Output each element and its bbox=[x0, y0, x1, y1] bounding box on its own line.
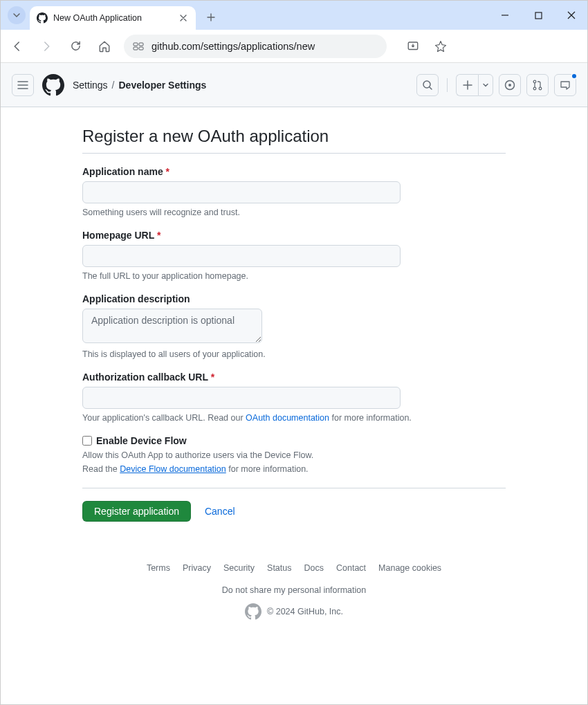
device-flow-help: Allow this OAuth App to authorize users … bbox=[82, 450, 506, 460]
address-bar[interactable]: github.com/settings/applications/new bbox=[124, 35, 387, 58]
issues-button[interactable] bbox=[499, 74, 521, 96]
description-help: This is displayed to all users of your a… bbox=[82, 349, 506, 359]
hamburger-menu-button[interactable] bbox=[12, 74, 34, 96]
pull-requests-button[interactable] bbox=[526, 74, 549, 96]
app-name-help: Something users will recognize and trust… bbox=[82, 208, 506, 217]
header-divider bbox=[447, 78, 448, 92]
svg-point-11 bbox=[539, 87, 542, 90]
browser-toolbar: github.com/settings/applications/new bbox=[1, 30, 587, 63]
github-header: Settings / Developer Settings bbox=[1, 63, 587, 107]
github-favicon bbox=[37, 12, 48, 24]
svg-point-9 bbox=[533, 80, 536, 83]
footer-link-privacy[interactable]: Privacy bbox=[183, 563, 211, 573]
homepage-url-input[interactable] bbox=[82, 245, 401, 267]
svg-rect-2 bbox=[139, 43, 143, 46]
svg-rect-0 bbox=[535, 12, 542, 19]
breadcrumb: Settings / Developer Settings bbox=[73, 80, 206, 91]
required-indicator: * bbox=[211, 372, 214, 383]
svg-point-8 bbox=[508, 84, 511, 86]
device-flow-label: Enable Device Flow bbox=[96, 435, 187, 446]
callback-url-input[interactable] bbox=[82, 387, 401, 409]
app-name-label: Application name * bbox=[82, 166, 506, 177]
browser-tab-strip: New OAuth Application bbox=[1, 1, 587, 30]
notification-dot bbox=[571, 73, 578, 80]
homepage-url-label: Homepage URL * bbox=[82, 230, 506, 241]
svg-rect-4 bbox=[139, 47, 143, 50]
chevron-down-icon bbox=[478, 74, 493, 96]
svg-point-10 bbox=[533, 87, 536, 90]
back-button[interactable] bbox=[8, 37, 27, 56]
footer-link-cookies[interactable]: Manage cookies bbox=[378, 563, 441, 573]
url-text: github.com/settings/applications/new bbox=[151, 41, 315, 52]
footer-links: Terms Privacy Security Status Docs Conta… bbox=[82, 563, 506, 595]
github-logo-footer[interactable] bbox=[245, 603, 261, 620]
device-flow-read: Read the Device Flow documentation for m… bbox=[82, 464, 506, 474]
device-flow-documentation-link[interactable]: Device Flow documentation bbox=[120, 464, 226, 474]
oauth-documentation-link[interactable]: OAuth documentation bbox=[246, 413, 329, 423]
breadcrumb-settings[interactable]: Settings bbox=[73, 80, 108, 91]
maximize-window-icon[interactable] bbox=[528, 5, 549, 26]
tab-search-button[interactable] bbox=[8, 6, 26, 24]
forward-button[interactable] bbox=[37, 37, 56, 56]
home-button[interactable] bbox=[95, 37, 114, 56]
breadcrumb-separator: / bbox=[112, 80, 115, 91]
tab-title: New OAuth Application bbox=[53, 13, 172, 23]
plus-icon bbox=[456, 74, 478, 96]
notifications-button[interactable] bbox=[554, 74, 576, 96]
required-indicator: * bbox=[157, 230, 160, 241]
new-tab-button[interactable] bbox=[201, 8, 221, 27]
footer-link-terms[interactable]: Terms bbox=[147, 563, 170, 573]
bookmark-icon[interactable] bbox=[431, 37, 450, 56]
page-title: Register a new OAuth application bbox=[82, 127, 506, 154]
device-flow-checkbox[interactable] bbox=[82, 436, 92, 446]
footer-link-contact[interactable]: Contact bbox=[336, 563, 366, 573]
required-indicator: * bbox=[166, 166, 169, 177]
homepage-url-help: The full URL to your application homepag… bbox=[82, 271, 506, 281]
svg-rect-3 bbox=[134, 47, 138, 50]
browser-tab[interactable]: New OAuth Application bbox=[30, 6, 196, 30]
create-new-dropdown[interactable] bbox=[456, 74, 493, 96]
footer: Terms Privacy Security Status Docs Conta… bbox=[82, 563, 506, 620]
close-window-icon[interactable] bbox=[561, 5, 582, 26]
description-textarea[interactable] bbox=[82, 309, 262, 343]
reload-button[interactable] bbox=[66, 37, 85, 56]
app-name-input[interactable] bbox=[82, 181, 401, 203]
site-info-icon[interactable] bbox=[132, 40, 145, 53]
callback-url-label: Authorization callback URL * bbox=[82, 372, 506, 383]
description-label: Application description bbox=[82, 293, 506, 304]
svg-rect-1 bbox=[134, 43, 138, 46]
search-button[interactable] bbox=[416, 74, 439, 96]
footer-link-donotshare[interactable]: Do not share my personal information bbox=[222, 585, 366, 595]
callback-url-help: Your application's callback URL. Read ou… bbox=[82, 413, 506, 423]
close-tab-icon[interactable] bbox=[178, 12, 189, 24]
footer-copyright: © 2024 GitHub, Inc. bbox=[267, 607, 343, 616]
breadcrumb-current: Developer Settings bbox=[118, 80, 206, 91]
main-content: Register a new OAuth application Applica… bbox=[41, 107, 547, 620]
install-app-icon[interactable] bbox=[403, 37, 423, 56]
register-application-button[interactable]: Register application bbox=[82, 501, 191, 522]
footer-link-status[interactable]: Status bbox=[267, 563, 291, 573]
cancel-button[interactable]: Cancel bbox=[205, 506, 235, 517]
github-logo[interactable] bbox=[42, 74, 64, 96]
footer-link-security[interactable]: Security bbox=[223, 563, 255, 573]
footer-link-docs[interactable]: Docs bbox=[304, 563, 324, 573]
minimize-window-icon[interactable] bbox=[495, 5, 515, 26]
